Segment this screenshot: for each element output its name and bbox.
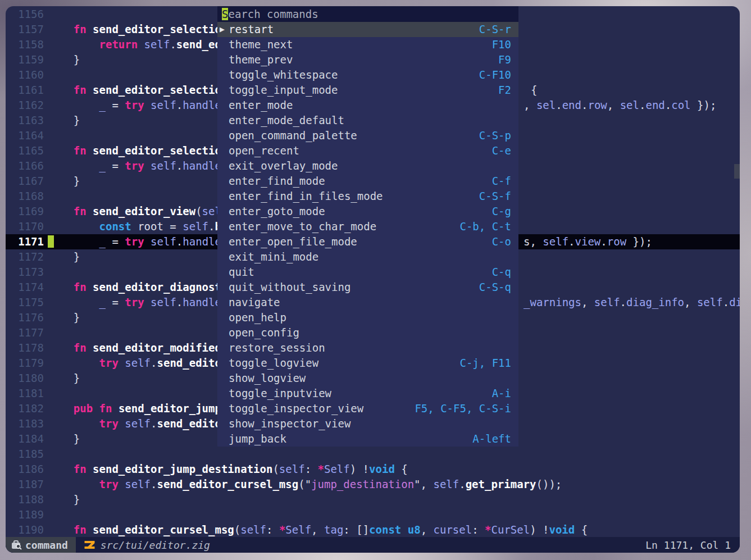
palette-command-open_command_palette[interactable]: open_command_paletteC-S-p [217,128,518,143]
palette-command-enter_mode_default[interactable]: enter_mode_default [217,113,518,128]
palette-command-jump_back[interactable]: jump_backA-left [217,431,518,447]
code-token: { [575,523,588,536]
palette-command-quit[interactable]: quitC-q [217,265,518,280]
palette-command-exit_overlay_mode[interactable]: exit_overlay_mode [217,158,518,174]
palette-command-toggle_input_mode[interactable]: toggle_input_modeF2 [217,83,518,98]
code-line[interactable]: 1188 } [6,492,740,507]
palette-command-exit_mini_mode[interactable]: exit_mini_mode [217,249,518,265]
code-token: try [125,235,144,248]
palette-command-open_help[interactable]: open_help [217,310,518,325]
line-number: 1168 [6,189,48,204]
code-token: void [549,523,575,536]
palette-command-open_recent[interactable]: open_recentC-e [217,143,518,158]
code-text: fn send_editor_modified [48,342,221,354]
code-token [144,235,151,248]
code-line[interactable]: 1189 [6,507,740,522]
command-name: open_help [229,310,286,325]
code-token: sel [620,99,639,111]
palette-command-enter_mode[interactable]: enter_mode [217,98,518,113]
code-token: handle [183,296,221,308]
palette-command-navigate[interactable]: navigate [217,295,518,310]
code-text: fn send_editor_selectio [48,84,221,96]
command-name: enter_mode [229,98,293,113]
palette-command-restore_session[interactable]: restore_session [217,340,518,356]
command-palette: Search commands ▶restartC-S-rtheme_nextF… [217,6,518,447]
code-token [87,281,93,293]
code-token: return [99,38,138,51]
code-token: self [697,296,723,308]
status-bar: command src/tui/editor.zig Ln 1171, Col … [6,537,740,553]
palette-command-enter_find_mode[interactable]: enter_find_modeC-f [217,174,518,189]
line-number: 1178 [6,340,48,356]
code-token: . [723,296,729,308]
code-token: = [106,296,125,308]
code-token: Self [285,523,311,536]
line-number: 1163 [6,113,48,128]
code-line[interactable]: 1187 try self.send_editor_cursel_msg("ju… [6,477,740,492]
code-line[interactable]: 1190 fn send_editor_cursel_msg(self: *Se… [6,522,740,538]
code-token: send_edito [157,417,221,430]
line-number: 1157 [6,22,48,37]
command-keybinding: F5, C-F5, C-S-i [415,401,511,416]
palette-command-enter_find_in_files_mode[interactable]: enter_find_in_files_modeC-S-f [217,189,518,204]
palette-command-theme_next[interactable]: theme_nextF10 [217,37,518,52]
command-name: jump_back [229,431,286,447]
code-line[interactable]: 1186 fn send_editor_jump_destination(sel… [6,462,740,477]
cursor-position: Ln 1171, Col 1 [645,539,740,551]
command-name: exit_overlay_mode [229,158,338,174]
palette-search-input[interactable]: Search commands [217,6,518,22]
palette-command-restart[interactable]: ▶restartC-S-r [217,22,518,37]
code-token: send_edito [157,357,221,369]
line-number: 1166 [6,158,48,174]
palette-command-show_logview[interactable]: show_logview [217,371,518,386]
code-token [48,38,99,51]
code-token: send_editor_cursel_msg [93,523,234,536]
code-token: get_primary [466,478,536,490]
palette-command-theme_prev[interactable]: theme_prevF9 [217,52,518,67]
line-number: 1159 [6,52,48,67]
editor-window: 11561157 fn send_editor_selectio1158 ret… [6,6,740,553]
code-token: self [151,99,176,111]
line-number: 1158 [6,37,48,52]
palette-command-enter_goto_mode[interactable]: enter_goto_modeC-g [217,204,518,219]
palette-command-toggle_inspector_view[interactable]: toggle_inspector_viewF5, C-F5, C-S-i [217,401,518,416]
palette-command-open_config[interactable]: open_config [217,325,518,340]
code-text: } [48,311,80,324]
palette-command-enter_move_to_char_mode[interactable]: enter_move_to_char_modeC-b, C-t [217,219,518,234]
line-number: 1182 [6,401,48,416]
line-number: 1165 [6,143,48,158]
code-text: return self.send_ed [48,38,221,51]
palette-command-toggle_inputview[interactable]: toggle_inputviewA-i [217,386,518,401]
code-token: void [369,463,395,475]
code-token: row [607,235,626,248]
code-token: . [665,99,671,111]
code-token [144,296,151,308]
palette-command-toggle_whitespace[interactable]: toggle_whitespaceC-F10 [217,67,518,83]
file-path: src/tui/editor.zig [101,539,210,551]
code-token: const [99,220,131,233]
code-token [48,144,74,157]
palette-command-quit_without_saving[interactable]: quit_without_savingC-S-q [217,280,518,295]
code-token: = [106,99,125,111]
code-token: handle [183,160,221,172]
code-token: . [600,235,607,248]
code-text-right-of-palette: , sel.end.row, sel.end.col }); [524,98,716,113]
command-keybinding: C-q [492,265,511,280]
palette-command-enter_open_file_mode[interactable]: enter_open_file_modeC-o [217,234,518,249]
code-token: . [151,478,157,490]
command-name: navigate [229,295,280,310]
mode-indicator[interactable]: command [6,537,76,553]
scrollbar-thumb[interactable] [734,164,740,179]
code-token: } [48,311,80,324]
code-token [48,281,74,293]
code-token: _warnings [524,296,581,308]
palette-command-show_inspector_view[interactable]: show_inspector_view [217,416,518,431]
palette-command-toggle_logview[interactable]: toggle_logviewC-j, F11 [217,356,518,371]
code-token: . [151,357,157,369]
command-name: restart [229,22,274,37]
code-token: , [311,523,324,536]
line-number: 1175 [6,295,48,310]
code-line[interactable]: 1185 [6,447,740,462]
code-token: tag [324,523,343,536]
command-name: enter_mode_default [229,113,344,128]
